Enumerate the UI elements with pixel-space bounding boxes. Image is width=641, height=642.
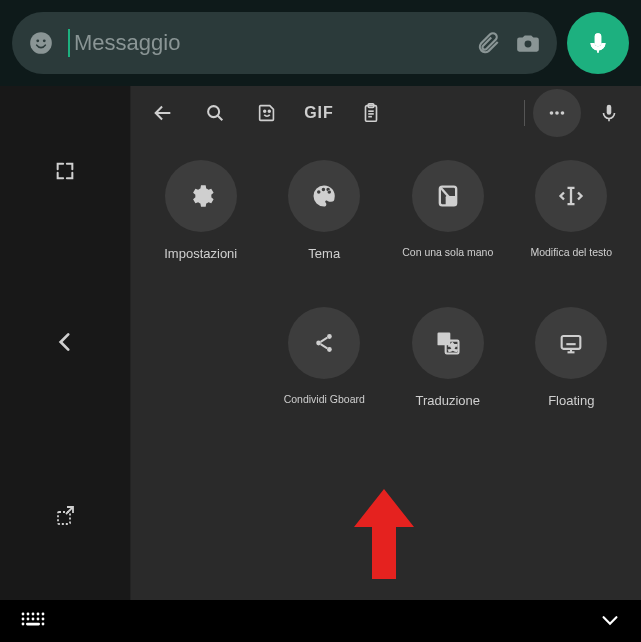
svg-point-49 [22, 618, 25, 621]
sticker-icon[interactable] [243, 89, 291, 137]
svg-point-19 [561, 111, 565, 115]
message-input-container[interactable]: Messaggio [12, 12, 557, 74]
svg-point-56 [42, 623, 45, 626]
option-share-gboard[interactable]: Condividi Gboard [265, 307, 385, 408]
gear-icon [165, 160, 237, 232]
svg-point-46 [32, 613, 35, 616]
svg-rect-24 [445, 196, 456, 205]
expand-icon[interactable] [0, 160, 130, 182]
svg-rect-6 [58, 512, 70, 524]
svg-point-54 [22, 623, 25, 626]
panel-toolbar: GIF [131, 86, 641, 140]
translate-icon: G文 [412, 307, 484, 379]
svg-point-52 [37, 618, 40, 621]
svg-point-50 [27, 618, 30, 621]
svg-point-28 [327, 347, 332, 352]
svg-point-3 [525, 41, 532, 48]
options-grid: Impostazioni Tema Con una sola mano Modi… [131, 140, 641, 601]
text-edit-icon [535, 160, 607, 232]
left-rail [0, 86, 130, 601]
svg-rect-20 [607, 105, 612, 115]
option-label: Floating [548, 393, 594, 408]
gboard-options-panel: GIF Impostazioni [130, 86, 641, 601]
chevron-left-icon[interactable] [0, 329, 130, 355]
svg-text:文: 文 [449, 343, 457, 352]
svg-point-11 [268, 110, 270, 112]
option-label: Traduzione [415, 393, 480, 408]
android-nav-bar [0, 600, 641, 642]
svg-point-53 [42, 618, 45, 621]
svg-point-18 [555, 111, 559, 115]
svg-point-0 [30, 32, 52, 54]
undock-icon[interactable] [0, 503, 130, 527]
svg-point-51 [32, 618, 35, 621]
search-icon[interactable] [191, 89, 239, 137]
svg-point-10 [264, 110, 266, 112]
attach-icon[interactable] [475, 30, 501, 56]
chat-input-area: Messaggio [0, 0, 641, 86]
toolbar-separator [524, 100, 525, 126]
back-button[interactable] [139, 89, 187, 137]
share-icon [288, 307, 360, 379]
svg-rect-4 [595, 33, 602, 46]
svg-line-9 [218, 116, 223, 121]
floating-icon [535, 307, 607, 379]
camera-icon[interactable] [515, 30, 541, 56]
svg-point-8 [208, 106, 219, 117]
svg-line-29 [321, 338, 328, 342]
svg-point-47 [37, 613, 40, 616]
svg-point-1 [36, 39, 39, 42]
message-placeholder-text: Messaggio [74, 30, 180, 56]
nav-collapse-icon[interactable] [599, 609, 621, 631]
svg-rect-35 [562, 336, 581, 349]
option-translate[interactable]: G文 Traduzione [388, 307, 508, 408]
palette-icon [288, 160, 360, 232]
svg-point-48 [42, 613, 45, 616]
svg-point-17 [550, 111, 554, 115]
svg-point-27 [316, 341, 321, 346]
option-text-editing[interactable]: Modifica del testo [512, 160, 632, 261]
keyboard-switch-icon[interactable] [20, 611, 46, 629]
option-label: Impostazioni [164, 246, 237, 261]
text-cursor [68, 29, 70, 57]
svg-line-30 [321, 344, 328, 348]
option-label: Tema [308, 246, 340, 261]
option-floating[interactable]: Floating [512, 307, 632, 408]
option-one-handed[interactable]: Con una sola mano [388, 160, 508, 261]
keyboard-area: GIF Impostazioni [0, 86, 641, 601]
more-button[interactable] [533, 89, 581, 137]
svg-point-2 [43, 39, 46, 42]
clipboard-icon[interactable] [347, 89, 395, 137]
one-handed-icon [412, 160, 484, 232]
mic-icon[interactable] [585, 89, 633, 137]
option-label: Modifica del testo [530, 246, 612, 258]
svg-point-26 [327, 334, 332, 339]
svg-point-45 [27, 613, 30, 616]
option-theme[interactable]: Tema [265, 160, 385, 261]
voice-message-button[interactable] [567, 12, 629, 74]
svg-rect-55 [26, 623, 40, 626]
message-input[interactable]: Messaggio [68, 29, 461, 57]
option-label: Con una sola mano [402, 246, 493, 258]
emoji-icon[interactable] [28, 30, 54, 56]
svg-point-44 [22, 613, 25, 616]
option-settings[interactable]: Impostazioni [141, 160, 261, 261]
gif-button[interactable]: GIF [295, 89, 343, 137]
option-label: Condividi Gboard [284, 393, 365, 405]
